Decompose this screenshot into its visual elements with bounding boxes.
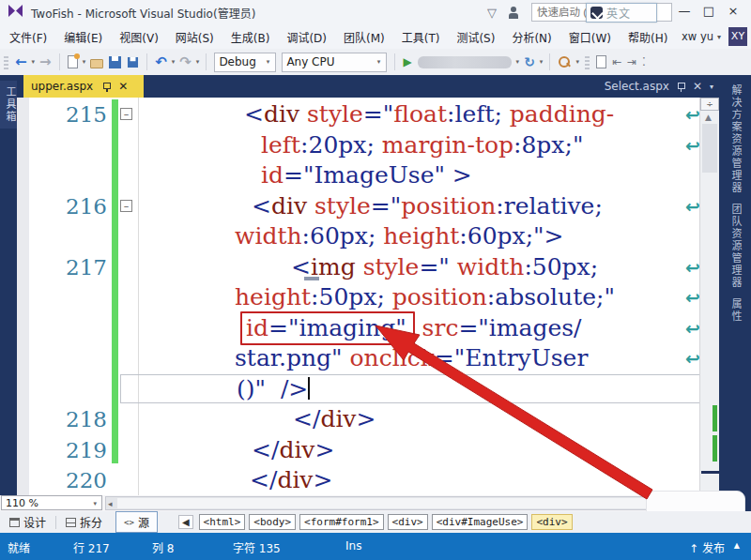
- code-row[interactable]: id="imaging" src="images/↩: [17, 313, 699, 344]
- menu-item[interactable]: 工具(T): [394, 25, 448, 49]
- fold-collapse-icon[interactable]: –: [120, 200, 132, 212]
- code-row[interactable]: 215–<div style="float:left; padding-↩: [17, 99, 699, 130]
- horizontal-scrollbar[interactable]: ◂: [105, 496, 717, 510]
- tab-upper-aspx[interactable]: upper.aspx ✕: [23, 75, 144, 98]
- feedback-flag-icon[interactable]: ▽: [487, 6, 497, 20]
- code-row[interactable]: star.png" onclick="EntryUser↩: [17, 343, 699, 374]
- split-view-button[interactable]: 拆分: [66, 514, 102, 530]
- word-wrap-icon: ↩: [685, 191, 699, 222]
- navigate-back-icon[interactable]: ←: [15, 53, 27, 70]
- save-icon[interactable]: [109, 56, 121, 68]
- solution-platform-select[interactable]: Any CPU▾: [282, 53, 387, 72]
- maximize-button[interactable]: □: [697, 2, 721, 23]
- code-row[interactable]: 218</div>: [17, 404, 699, 435]
- save-all-icon[interactable]: [128, 56, 138, 67]
- redo-icon[interactable]: ↷: [179, 53, 192, 70]
- user-dropdown-caret-icon[interactable]: ▾: [717, 33, 721, 41]
- signed-in-user[interactable]: xw yu: [682, 30, 713, 43]
- designer-view-bar: 设计 拆分 <> 源 ◀ <html><body><form#form1><di…: [0, 511, 751, 533]
- avatar[interactable]: XY: [728, 27, 747, 46]
- menu-item[interactable]: 窗口(W): [561, 25, 619, 49]
- publish-expand-icon[interactable]: ▲: [734, 541, 740, 550]
- breadcrumb-tag[interactable]: <div>: [531, 514, 572, 530]
- new-file-icon[interactable]: [68, 55, 78, 68]
- code-row[interactable]: id="ImageUse" >: [17, 160, 699, 191]
- code-row[interactable]: 219</div>: [17, 435, 699, 466]
- pin-tab-icon[interactable]: [102, 82, 111, 92]
- code-text: </div>: [17, 465, 699, 495]
- close-tab-icon[interactable]: ✕: [118, 80, 128, 93]
- panel-tab-解决方案资源管理器[interactable]: 解决方案资源管理器: [728, 84, 743, 194]
- smart-tag-indicator[interactable]: [304, 277, 319, 280]
- toolbox-tab[interactable]: 工具箱: [0, 81, 17, 129]
- menu-item[interactable]: 视图(V): [112, 25, 166, 49]
- menu-item[interactable]: 分析(N): [504, 25, 559, 49]
- line-number: 216: [17, 191, 107, 222]
- comment-document-icon[interactable]: [596, 55, 606, 68]
- publish-button[interactable]: ↑ 发布: [689, 539, 725, 555]
- menu-item[interactable]: 网站(S): [168, 25, 222, 49]
- ime-indicator[interactable]: 英文: [586, 3, 657, 23]
- code-row[interactable]: height:50px; position:absolute;"↩: [17, 282, 699, 313]
- find-in-files-icon[interactable]: [558, 55, 571, 68]
- code-row[interactable]: 216–<div style="position:relative;↩: [17, 191, 699, 222]
- toolbar-overflow-icon[interactable]: ⁚: [642, 55, 644, 68]
- menu-item[interactable]: 生成(B): [223, 25, 278, 49]
- zoom-level-select[interactable]: 110 % ▾: [1, 495, 102, 510]
- menu-item[interactable]: 编辑(E): [56, 25, 110, 49]
- browser-dropdown-icon[interactable]: ▾: [516, 58, 520, 66]
- increase-indent-icon[interactable]: ⇥: [627, 55, 636, 68]
- scroll-left-icon[interactable]: ◂: [108, 499, 113, 508]
- find-overflow-icon[interactable]: ▾: [575, 58, 579, 66]
- design-view-button[interactable]: 设计: [9, 514, 46, 530]
- line-number: 218: [17, 404, 107, 435]
- refresh-icon[interactable]: ↻: [524, 54, 535, 69]
- scroll-up-icon[interactable]: ▲: [705, 113, 712, 122]
- undo-dropdown-icon[interactable]: ▾: [172, 58, 176, 66]
- splitter-handle[interactable]: ÷: [700, 98, 719, 111]
- breadcrumb-tag[interactable]: <div#ImageUse>: [432, 514, 529, 530]
- code-row[interactable]: 217<img style=" width:50px;↩: [17, 252, 699, 283]
- code-editor[interactable]: 215–<div style="float:left; padding-↩lef…: [17, 98, 699, 495]
- undo-icon[interactable]: ↶: [155, 53, 167, 70]
- menu-item[interactable]: 团队(M): [336, 25, 392, 49]
- menu-item[interactable]: 测试(S): [449, 25, 502, 49]
- minimize-button[interactable]: —: [672, 2, 697, 23]
- feedback-person-icon[interactable]: [508, 7, 520, 19]
- refresh-dropdown-icon[interactable]: ▾: [540, 58, 544, 66]
- breadcrumb-tag[interactable]: <body>: [249, 514, 296, 530]
- fold-collapse-icon[interactable]: –: [120, 108, 132, 120]
- tab-list-dropdown-icon[interactable]: ▾: [710, 83, 713, 91]
- preview-tab-select-aspx[interactable]: Select.aspx: [605, 80, 669, 93]
- breadcrumb-tag[interactable]: <div>: [388, 514, 428, 530]
- menu-item[interactable]: 调试(D): [279, 25, 334, 49]
- code-row[interactable]: left:20px; margin-top:8px;"↩: [17, 130, 699, 161]
- start-debug-icon[interactable]: ▶: [403, 55, 411, 68]
- close-button[interactable]: ×: [721, 2, 745, 23]
- decrease-indent-icon[interactable]: ⇤: [612, 55, 621, 68]
- redo-dropdown-icon[interactable]: ▾: [196, 58, 200, 66]
- status-line: 行 217: [73, 539, 110, 555]
- new-file-dropdown-icon[interactable]: ▾: [83, 58, 86, 66]
- code-row[interactable]: width:60px; height:60px;">: [17, 221, 699, 252]
- open-file-icon[interactable]: [90, 59, 103, 68]
- back-dropdown-icon[interactable]: ▾: [32, 58, 36, 66]
- breadcrumb-tag[interactable]: <form#form1>: [299, 514, 383, 530]
- code-row[interactable]: 220</div>: [17, 465, 699, 495]
- solution-configuration-select[interactable]: Debug▾: [214, 53, 276, 72]
- source-view-button[interactable]: <> 源: [115, 511, 158, 533]
- menu-item[interactable]: 帮助(H): [621, 25, 675, 49]
- panel-tab-团队资源管理器[interactable]: 团队资源管理器: [728, 204, 743, 289]
- horizontal-scrollbar-thumb[interactable]: [117, 498, 709, 508]
- vertical-scrollbar[interactable]: ÷ ▲: [699, 98, 719, 495]
- breadcrumb-tag[interactable]: <html>: [199, 514, 246, 530]
- preview-close-icon[interactable]: ✕: [693, 80, 702, 93]
- browser-target-blurred[interactable]: [418, 56, 512, 68]
- panel-tab-属性[interactable]: 属性: [728, 298, 743, 323]
- scrollbar-thumb[interactable]: [702, 124, 717, 173]
- code-row[interactable]: ()" />: [17, 374, 699, 405]
- menu-item[interactable]: 文件(F): [2, 25, 54, 49]
- preview-pin-icon[interactable]: [677, 82, 685, 92]
- navigate-forward-icon[interactable]: →: [39, 53, 52, 70]
- tag-navigator-back-icon[interactable]: ◀: [178, 515, 193, 529]
